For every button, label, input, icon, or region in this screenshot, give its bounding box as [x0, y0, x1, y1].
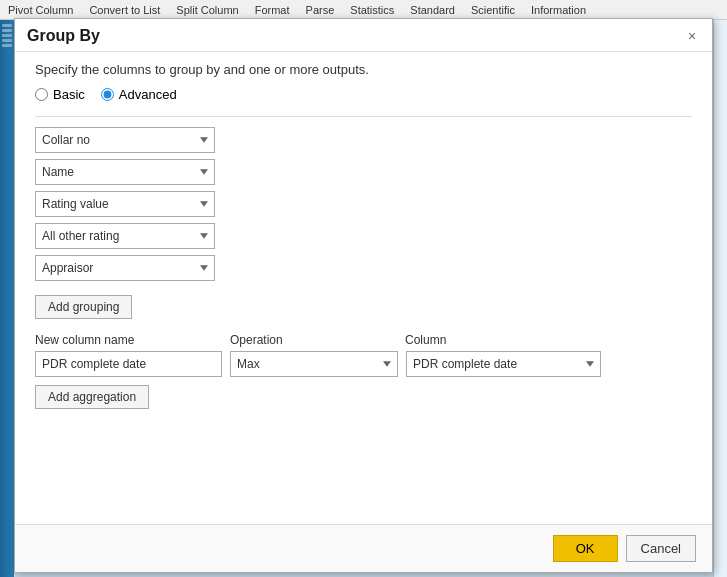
toolbar-item-parse[interactable]: Parse — [306, 4, 335, 16]
toolbar-item-statistics[interactable]: Statistics — [350, 4, 394, 16]
grouping-row-2: Collar no Name Rating value All other ra… — [35, 159, 692, 185]
dialog-footer: OK Cancel — [15, 524, 712, 572]
grouping-row-3: Collar no Name Rating value All other ra… — [35, 191, 692, 217]
grouping-row-5: Collar no Name Rating value All other ra… — [35, 255, 692, 281]
toolbar: Pivot Column Convert to List Split Colum… — [0, 0, 727, 20]
toolbar-item-scientific[interactable]: Scientific — [471, 4, 515, 16]
ok-button[interactable]: OK — [553, 535, 618, 562]
right-edge — [713, 20, 727, 577]
operation-select[interactable]: Max Min Sum Average Count Count Distinct… — [230, 351, 398, 377]
toolbar-item-format[interactable]: Format — [255, 4, 290, 16]
toolbar-item-pivot[interactable]: Pivot Column — [8, 4, 73, 16]
grouping-row-4: Collar no Name Rating value All other ra… — [35, 223, 692, 249]
add-aggregation-button[interactable]: Add aggregation — [35, 385, 149, 409]
grouping-select-3[interactable]: Collar no Name Rating value All other ra… — [35, 191, 215, 217]
dialog-titlebar: Group By × — [15, 19, 712, 52]
add-grouping-button[interactable]: Add grouping — [35, 295, 132, 319]
grouping-select-2[interactable]: Collar no Name Rating value All other ra… — [35, 159, 215, 185]
aggregation-row: Max Min Sum Average Count Count Distinct… — [35, 351, 692, 377]
cancel-button[interactable]: Cancel — [626, 535, 696, 562]
column-select[interactable]: PDR complete date Collar no Name Rating … — [406, 351, 601, 377]
toolbar-item-convert[interactable]: Convert to List — [89, 4, 160, 16]
new-column-input[interactable] — [35, 351, 222, 377]
dialog-title: Group By — [27, 27, 100, 45]
toolbar-item-standard[interactable]: Standard — [410, 4, 455, 16]
grouping-select-4[interactable]: Collar no Name Rating value All other ra… — [35, 223, 215, 249]
advanced-radio-label: Advanced — [119, 87, 177, 102]
grouping-row-1: Collar no Name Rating value All other ra… — [35, 127, 692, 153]
aggregation-labels: New column name Operation Column — [35, 333, 692, 347]
dialog-subtitle: Specify the columns to group by and one … — [35, 62, 692, 77]
grouping-select-5[interactable]: Collar no Name Rating value All other ra… — [35, 255, 215, 281]
advanced-radio-option[interactable]: Advanced — [101, 87, 177, 102]
section-divider — [35, 116, 692, 117]
group-by-dialog: Group By × Specify the columns to group … — [14, 18, 713, 573]
column-label: Column — [405, 333, 692, 347]
new-column-label: New column name — [35, 333, 230, 347]
basic-radio-option[interactable]: Basic — [35, 87, 85, 102]
advanced-radio[interactable] — [101, 88, 114, 101]
basic-radio[interactable] — [35, 88, 48, 101]
side-rail — [0, 20, 14, 577]
aggregation-section: New column name Operation Column Max Min… — [35, 333, 692, 409]
toolbar-item-information[interactable]: Information — [531, 4, 586, 16]
grouping-section: Collar no Name Rating value All other ra… — [35, 127, 692, 281]
toolbar-item-split[interactable]: Split Column — [176, 4, 238, 16]
operation-label: Operation — [230, 333, 405, 347]
grouping-select-1[interactable]: Collar no Name Rating value All other ra… — [35, 127, 215, 153]
close-button[interactable]: × — [684, 28, 700, 44]
dialog-body: Specify the columns to group by and one … — [15, 52, 712, 524]
basic-radio-label: Basic — [53, 87, 85, 102]
mode-radio-group: Basic Advanced — [35, 87, 692, 102]
